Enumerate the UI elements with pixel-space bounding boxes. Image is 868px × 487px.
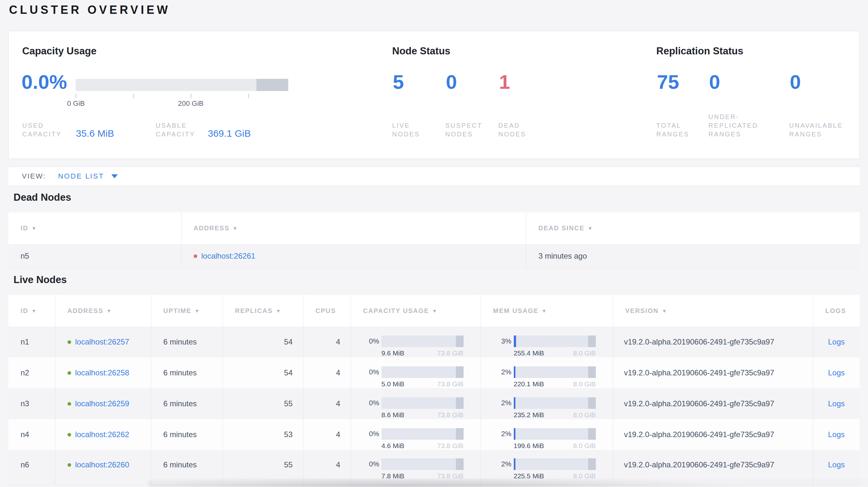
summary-card: Capacity Usage 0.0% 0 GiB 200 GiB USED C… (8, 31, 860, 159)
replicas-cell: 54 (223, 357, 303, 388)
live-nodes-label: LIVE NODES (392, 121, 440, 139)
capacity-bar-reserved-segment (256, 79, 288, 91)
node-address-cell: localhost:26262 (55, 419, 151, 450)
node-address-link[interactable]: localhost:26259 (75, 399, 129, 408)
node-live-icon (68, 371, 71, 375)
cpus-cell: 4 (303, 419, 351, 450)
replicas-cell: 53 (223, 419, 303, 450)
logs-link[interactable]: Logs (828, 430, 845, 439)
capacity-usage-bar (381, 366, 464, 378)
node-id-cell: n5 (8, 244, 181, 268)
logs-link[interactable]: Logs (828, 337, 845, 346)
node-id-cell: n3 (8, 388, 55, 419)
sort-desc-icon (32, 308, 37, 314)
table-row: n5 localhost:26261 3 minutes ago (8, 244, 860, 268)
live-col-mem-usage[interactable]: MEM USAGE (480, 295, 613, 326)
live-nodes-table: ID ADDRESS UPTIME REPLICAS CPUS CAPACITY… (8, 295, 860, 485)
version-cell: v19.2.0-alpha.20190606-2491-gfe735c9a97 (613, 357, 813, 388)
live-col-capacity-usage[interactable]: CAPACITY USAGE (351, 295, 480, 326)
dead-since-cell: 3 minutes ago (526, 244, 860, 268)
page-title: CLUSTER OVERVIEW (9, 3, 170, 17)
dead-nodes-table: ID ADDRESS DEAD SINCE n5 localhost:26261… (8, 212, 860, 268)
mem-usage-cell: 2% 235.2 MiB8.0 GiB (480, 388, 613, 419)
version-cell: v19.2.0-alpha.20190606-2491-gfe735c9a97 (613, 388, 813, 419)
dead-col-address[interactable]: ADDRESS (181, 212, 526, 244)
node-address-link[interactable]: localhost:26261 (202, 252, 255, 260)
logs-cell: Logs (813, 357, 860, 388)
node-address-link[interactable]: localhost:26257 (75, 337, 129, 346)
live-col-version[interactable]: VERSION (613, 295, 813, 326)
logs-link[interactable]: Logs (828, 399, 845, 408)
node-live-icon (68, 402, 71, 405)
capacity-usage-bar (381, 458, 464, 470)
horizontal-scrollbar-thumb[interactable] (147, 479, 868, 487)
sort-desc-icon (542, 308, 547, 314)
cluster-overview-page: CLUSTER OVERVIEW Capacity Usage 0.0% 0 G… (0, 0, 868, 487)
capacity-axis-tick (191, 94, 191, 98)
view-selector[interactable]: NODE LIST (58, 172, 117, 181)
cpus-cell: 4 (303, 326, 351, 357)
capacity-axis-tick (75, 94, 76, 98)
capacity-usage-bar (381, 397, 464, 409)
sort-desc-icon (195, 308, 200, 314)
uptime-cell: 6 minutes (151, 326, 223, 357)
dead-col-id[interactable]: ID (8, 212, 181, 244)
node-live-icon (68, 433, 71, 436)
view-selected-value: NODE LIST (58, 172, 104, 181)
uptime-cell: 6 minutes (151, 357, 223, 388)
view-bar: VIEW: NODE LIST (8, 167, 860, 186)
dead-col-dead-since[interactable]: DEAD SINCE (526, 212, 860, 244)
view-label: VIEW: (22, 172, 46, 181)
mem-usage-bar (514, 428, 596, 440)
node-address-link[interactable]: localhost:26260 (75, 460, 129, 469)
suspect-nodes-count: 0 (446, 70, 457, 93)
under-replicated-ranges-label: UNDER-REPLICATED RANGES (708, 112, 771, 139)
dead-nodes-title: Dead Nodes (13, 192, 71, 203)
capacity-axis-label-0: 0 GiB (53, 99, 98, 108)
table-row: n3 localhost:26259 6 minutes 55 4 0% 8.6… (8, 388, 860, 419)
node-address-cell: localhost:26260 (55, 450, 151, 485)
replication-status-heading: Replication Status (656, 45, 743, 57)
sort-desc-icon (276, 308, 281, 314)
node-address-cell: localhost:26261 (181, 244, 526, 268)
version-cell: v19.2.0-alpha.20190606-2491-gfe735c9a97 (613, 326, 813, 357)
live-col-uptime[interactable]: UPTIME (151, 295, 223, 326)
capacity-usage-cell: 0% 9.6 MiB73.8 GiB (351, 326, 480, 357)
node-address-link[interactable]: localhost:26262 (75, 430, 129, 439)
node-id-cell: n6 (8, 450, 55, 485)
logs-link[interactable]: Logs (828, 460, 845, 469)
uptime-cell: 6 minutes (151, 419, 223, 450)
capacity-axis-label-200: 200 GiB (168, 99, 213, 108)
live-col-address[interactable]: ADDRESS (55, 295, 151, 326)
version-cell: v19.2.0-alpha.20190606-2491-gfe735c9a97 (613, 419, 813, 450)
live-col-logs: LOGS (813, 295, 860, 326)
live-nodes-title: Live Nodes (13, 274, 67, 286)
capacity-axis-tick (248, 94, 249, 98)
sort-desc-icon (232, 226, 238, 231)
live-col-replicas[interactable]: REPLICAS (223, 295, 303, 326)
under-replicated-ranges-count: 0 (709, 70, 720, 93)
live-col-id[interactable]: ID (8, 295, 55, 326)
replicas-cell: 54 (223, 326, 303, 357)
node-address-cell: localhost:26259 (55, 388, 151, 419)
logs-link[interactable]: Logs (828, 368, 845, 377)
capacity-usage-cell: 0% 5.0 MiB73.8 GiB (351, 357, 480, 388)
table-row: n4 localhost:26262 6 minutes 53 4 0% 4.6… (8, 419, 860, 450)
capacity-usage-bar (75, 79, 288, 91)
unavailable-ranges-count: 0 (790, 70, 801, 93)
replicas-cell: 55 (223, 388, 303, 419)
capacity-usage-bar (381, 428, 464, 440)
node-address-cell: localhost:26258 (55, 357, 151, 388)
dead-nodes-label: DEAD NODES (498, 121, 547, 139)
used-capacity-value: 35.6 MiB (76, 128, 114, 139)
used-capacity-label: USED CAPACITY (22, 121, 79, 139)
capacity-usage-cell: 0% 4.6 MiB73.8 GiB (351, 419, 480, 450)
cpus-cell: 4 (303, 357, 351, 388)
live-col-cpus: CPUS (303, 295, 351, 326)
live-nodes-count: 5 (393, 70, 404, 93)
table-row: n1 localhost:26257 6 minutes 54 4 0% 9.6… (8, 326, 860, 357)
node-address-cell: localhost:26257 (55, 326, 151, 357)
node-address-link[interactable]: localhost:26258 (75, 368, 129, 377)
node-id-cell: n4 (8, 419, 55, 450)
unavailable-ranges-label: UNAVAILABLE RANGES (789, 121, 866, 139)
